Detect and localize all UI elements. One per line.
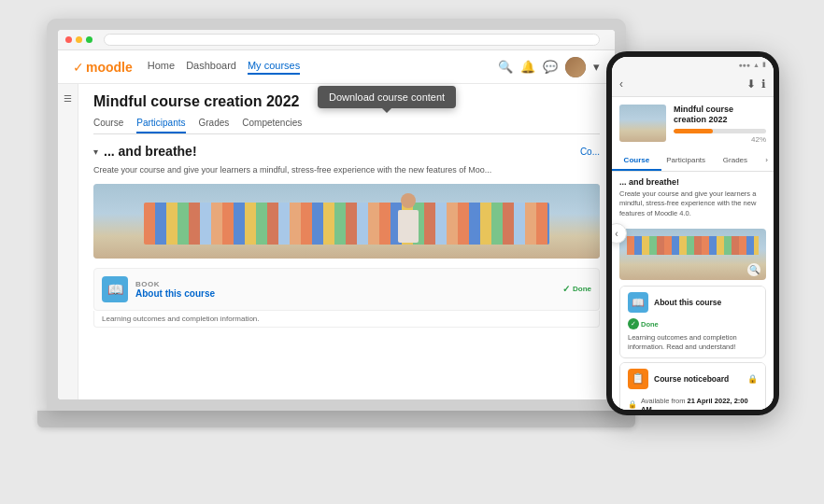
laptop-screen: ✓ moodle Home Dashboard My courses 🔍 🔔 💬 <box>58 30 615 399</box>
phone-card-about-header: 📖 About this course <box>620 287 765 318</box>
nav-dashboard[interactable]: Dashboard <box>186 60 236 75</box>
section-chevron-icon[interactable]: ▾ <box>93 147 98 157</box>
phone: ‹ ●●● ▲ ▮ ‹ ⬇ ℹ Mi <box>606 51 779 415</box>
battery-icon: ▮ <box>762 61 766 68</box>
moodle-logo: ✓ moodle <box>73 60 133 75</box>
nav-links: Home Dashboard My courses <box>148 60 498 75</box>
phone-magnify-icon[interactable]: 🔍 <box>747 263 760 276</box>
phone-course-info: Mindful course creation 2022 42% <box>674 105 766 144</box>
main-content: Mindful course creation 2022 Course Part… <box>78 84 615 399</box>
nav-home[interactable]: Home <box>148 60 175 75</box>
sidebar-toggle[interactable]: ☰ <box>58 84 78 399</box>
browser-address-bar[interactable] <box>104 34 600 46</box>
phone-done-check-icon: ✓ <box>628 318 639 329</box>
scene: ✓ moodle Home Dashboard My courses 🔍 🔔 💬 <box>0 0 824 504</box>
course-image <box>93 184 600 259</box>
phone-thumb-image <box>619 105 666 142</box>
tab-course[interactable]: Course <box>93 118 123 133</box>
tooltip-popup: Download course content <box>318 86 456 108</box>
phone-card-about-icon: 📖 <box>628 292 648 313</box>
phone-screen: ●●● ▲ ▮ ‹ ⬇ ℹ Mindful course creation 20… <box>612 57 774 410</box>
done-badge: ✓ Done <box>562 284 591 294</box>
done-label: Done <box>573 285 591 293</box>
logo-check-icon: ✓ <box>73 60 84 75</box>
phone-card-about-title: About this course <box>654 298 758 307</box>
bookshelf-image <box>93 184 600 259</box>
phone-collapse-button[interactable]: ‹ <box>606 223 627 244</box>
phone-done-text: Done <box>641 320 659 329</box>
phone-card-about-done: ✓ Done <box>620 318 765 333</box>
phone-course-thumbnail <box>619 105 666 142</box>
phone-course-image: 🔍 <box>619 229 766 280</box>
nav-mycourses[interactable]: My courses <box>248 60 300 75</box>
phone-back-icon[interactable]: ‹ <box>619 77 623 91</box>
phone-course-header: Mindful course creation 2022 42% <box>612 97 774 151</box>
phone-progress-bar <box>674 129 766 133</box>
book-description: Learning outcomes and completion informa… <box>93 311 600 328</box>
phone-tab-grades[interactable]: Grades <box>711 151 760 171</box>
phone-navbar: ‹ ⬇ ℹ <box>612 72 774 97</box>
phone-date-prefix: Available from 21 April 2022, 2:00 AM <box>641 397 758 410</box>
phone-card-noticeboard-header: 📋 Course noticeboard 🔒 <box>620 363 765 395</box>
laptop-body: ✓ moodle Home Dashboard My courses 🔍 🔔 💬 <box>47 19 626 411</box>
book-title[interactable]: About this course <box>135 288 555 299</box>
phone-card-about-desc: Learning outcomes and completion informa… <box>620 333 765 357</box>
person-head <box>401 193 416 208</box>
book-info: BOOK About this course <box>135 280 555 299</box>
wifi-icon: ▲ <box>753 62 760 68</box>
content-area: ☰ Mindful course creation 2022 Course Pa… <box>58 84 615 399</box>
phone-status-bar: ●●● ▲ ▮ <box>612 57 774 72</box>
phone-course-tabs: Course Participants Grades › <box>612 151 774 172</box>
tooltip-text: Download course content <box>329 91 445 103</box>
phone-section-desc: Create your course and give your learner… <box>619 189 766 219</box>
course-tabs: Course Participants Grades Competencies <box>93 118 600 134</box>
phone-bookshelf <box>627 236 759 255</box>
section-title: ... and breathe! <box>104 144 197 159</box>
laptop: ✓ moodle Home Dashboard My courses 🔍 🔔 💬 <box>47 19 626 467</box>
phone-nav-actions: ⬇ ℹ <box>746 77 766 91</box>
phone-download-icon[interactable]: ⬇ <box>746 77 756 91</box>
phone-card-noticeboard-icon: 📋 <box>628 369 648 389</box>
phone-tab-more-icon[interactable]: › <box>760 151 774 171</box>
book-item: 📖 BOOK About this course ✓ Done <box>93 268 600 311</box>
signal-icon: ●●● <box>738 62 750 68</box>
book-icon: 📖 <box>102 276 128 302</box>
moodle-navbar: ✓ moodle Home Dashboard My courses 🔍 🔔 💬 <box>58 50 615 84</box>
done-check-icon: ✓ <box>562 284 570 294</box>
phone-tab-course[interactable]: Course <box>612 151 661 171</box>
section-link[interactable]: Co... <box>580 147 600 157</box>
phone-info-icon[interactable]: ℹ <box>761 77 766 91</box>
phone-date-value: 21 April 2022, 2:00 AM <box>641 397 748 410</box>
phone-section-title: ... and breathe! <box>619 177 766 187</box>
phone-card-noticeboard-title: Course noticeboard <box>654 374 742 384</box>
browser-max-dot[interactable] <box>86 36 92 43</box>
chevron-down-icon[interactable]: ▾ <box>593 60 600 74</box>
tab-grades[interactable]: Grades <box>199 118 230 133</box>
phone-tab-participants[interactable]: Participants <box>661 151 711 171</box>
section-header: ▾ ... and breathe! Co... <box>93 144 600 159</box>
phone-course-title: Mindful course creation 2022 <box>674 105 766 125</box>
menu-icon: ☰ <box>64 93 72 104</box>
laptop-base <box>37 411 635 427</box>
browser-close-dot[interactable] <box>65 36 72 43</box>
phone-card-noticeboard-date: 🔒 Available from 21 April 2022, 2:00 AM <box>620 395 765 410</box>
chat-icon[interactable]: 💬 <box>543 60 558 74</box>
phone-card-noticeboard-lock: 🔒 <box>747 374 758 384</box>
tab-participants[interactable]: Participants <box>136 118 185 133</box>
phone-card-noticeboard[interactable]: 📋 Course noticeboard 🔒 🔒 Available from … <box>619 362 766 410</box>
phone-progress-pct: 42% <box>674 135 766 144</box>
browser-min-dot[interactable] <box>76 36 82 43</box>
avatar-image <box>565 57 586 77</box>
browser-chrome <box>58 30 615 50</box>
phone-card-about[interactable]: 📖 About this course ✓ Done Learning outc… <box>619 286 766 358</box>
phone-section: ... and breathe! Create your course and … <box>612 172 774 230</box>
person-silhouette <box>394 193 422 249</box>
avatar[interactable] <box>565 57 586 77</box>
bell-icon[interactable]: 🔔 <box>520 60 535 74</box>
phone-lock-date-icon: 🔒 <box>628 400 637 409</box>
nav-icons: 🔍 🔔 💬 ▾ <box>498 57 600 77</box>
search-icon[interactable]: 🔍 <box>498 60 513 74</box>
phone-progress-fill <box>674 129 713 133</box>
section-description: Create your course and give your learner… <box>93 164 600 176</box>
tab-competencies[interactable]: Competencies <box>242 118 302 133</box>
